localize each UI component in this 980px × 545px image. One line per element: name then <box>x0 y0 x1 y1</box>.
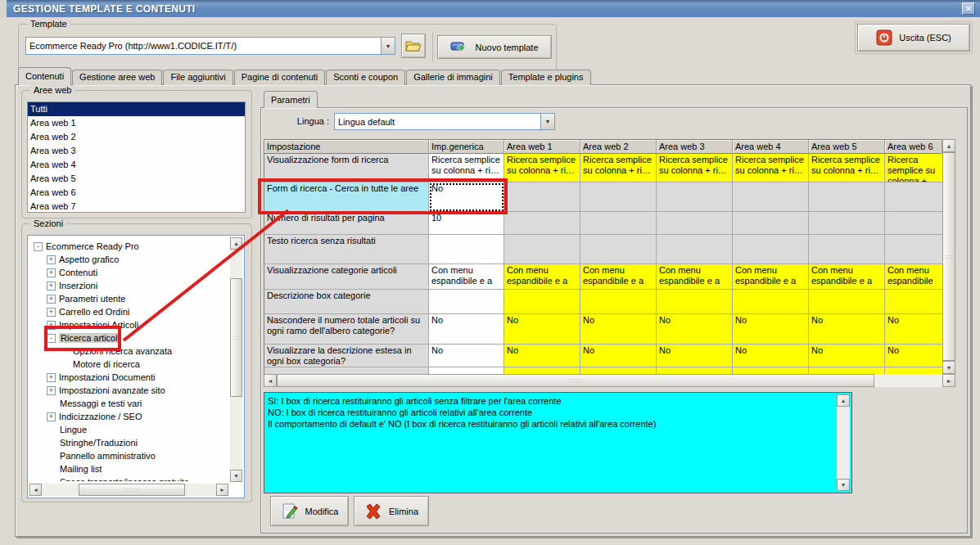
cell-area6[interactable] <box>885 182 942 212</box>
tab-pagine-di-contenuti[interactable]: Pagine di contenuti <box>234 70 326 85</box>
scroll-up-icon[interactable]: ▲ <box>230 237 242 250</box>
open-template-folder-button[interactable] <box>401 34 426 58</box>
list-item-area-web-1[interactable]: Area web 1 <box>28 116 245 130</box>
elimina-button[interactable]: Elimina <box>354 496 429 526</box>
tree-vscroll-track[interactable]: ::: <box>230 250 242 470</box>
cell-area5[interactable]: Ricerca semplice su colonna + ri… <box>809 154 885 182</box>
cell-area1[interactable] <box>504 290 580 314</box>
cell-area1[interactable]: No <box>504 314 580 345</box>
expand-icon[interactable]: + <box>47 321 56 330</box>
grid-vscrollbar[interactable]: ▲ ::: ▼ <box>942 139 955 374</box>
tab-gallerie-di-immagini[interactable]: Gallerie di immagini <box>406 70 500 85</box>
cell-area4[interactable]: No <box>733 314 809 345</box>
cell-label-highlighted[interactable]: Form di ricerca - Cerca in tutte le aree <box>264 182 429 212</box>
tree-item-messaggi-e-testi-vari[interactable]: Messaggi e testi vari <box>30 397 228 410</box>
cell-area5[interactable] <box>809 212 885 235</box>
expand-icon[interactable]: + <box>47 282 56 291</box>
cell-area1[interactable]: Ricerca semplice su colonna + ri… <box>504 154 580 182</box>
lingua-select[interactable]: Lingua default ▼ <box>334 113 555 130</box>
cell-area6[interactable] <box>885 212 942 235</box>
cell-area2[interactable]: Con menu espandibile e a … <box>580 264 657 290</box>
cell-generic[interactable] <box>429 235 504 264</box>
cell-area4[interactable]: Ricerca semplice su colonna + ri… <box>733 154 809 182</box>
tree-item-impostazioni-articoli[interactable]: +Impostazioni Articoli <box>30 318 228 331</box>
cell-area4[interactable] <box>733 235 809 264</box>
expand-icon[interactable]: + <box>47 295 56 304</box>
modifica-button[interactable]: Modifica <box>270 496 349 526</box>
scroll-right-icon[interactable]: ► <box>942 374 955 387</box>
cell-area6[interactable]: No <box>885 345 942 367</box>
cell-area3[interactable]: Con menu espandibile e a … <box>657 264 733 290</box>
cell-area1[interactable] <box>504 212 580 235</box>
cell-area4[interactable] <box>733 290 809 314</box>
scroll-left-icon[interactable]: ◄ <box>29 484 42 496</box>
cell-label[interactable]: Descrizione box categorie <box>264 290 429 314</box>
scroll-up-icon[interactable]: ▲ <box>942 139 955 152</box>
cell-generic[interactable]: Ricerca semplice su colonna + ri… <box>429 154 504 182</box>
cell-label[interactable]: Numero di risultati per pagina <box>264 212 429 235</box>
tree-item-contenuti[interactable]: +Contenuti <box>30 266 228 279</box>
cell-label[interactable]: Visualizzare la descrizione estesa in og… <box>264 345 429 367</box>
tree-item-parametri-utente[interactable]: +Parametri utente <box>30 292 228 305</box>
cell-area3[interactable] <box>657 290 733 314</box>
scroll-down-icon[interactable]: ▼ <box>230 470 242 482</box>
grid-vscroll-thumb[interactable]: ::: <box>942 152 955 361</box>
list-item-area-web-5[interactable]: Area web 5 <box>28 172 245 186</box>
infobox-vscrollbar[interactable]: ▲ ▼ <box>837 394 850 491</box>
expand-icon[interactable]: + <box>47 386 56 395</box>
tree-item-pannello-amministrativo[interactable]: Pannello amministrativo <box>30 449 228 462</box>
cell-generic-focused[interactable]: No <box>429 182 504 212</box>
tab-template-e-plugins[interactable]: Template e plugins <box>501 70 591 85</box>
cell-label[interactable]: Visualizzazione categorie articoli <box>264 264 429 290</box>
tree-item-spese-trasporto[interactable]: Spese trasporto/incasso gratuite <box>30 475 228 481</box>
cell-generic[interactable]: No <box>429 314 504 345</box>
cell-area6[interactable]: Ricerca semplice su colonna + ri… <box>885 154 942 182</box>
list-item-area-web-3[interactable]: Area web 3 <box>28 144 245 158</box>
expand-icon[interactable]: + <box>47 412 56 421</box>
cell-area5[interactable]: Con menu espandibile e a … <box>809 264 885 290</box>
tab-file-aggiuntivi[interactable]: File aggiuntivi <box>163 70 233 85</box>
scroll-left-icon[interactable]: ◄ <box>264 374 277 387</box>
cell-area5[interactable]: No <box>809 345 885 367</box>
expand-icon[interactable]: + <box>47 373 56 382</box>
chevron-down-icon[interactable]: ▼ <box>381 38 395 54</box>
cell-area3[interactable]: No <box>657 314 733 345</box>
tree-vscrollbar[interactable]: ▲ ::: ▼ <box>230 237 242 482</box>
grid-hscrollbar[interactable]: ◄ :::::: ► <box>264 374 955 387</box>
tree-item-stringhe-traduzioni[interactable]: Stringhe/Traduzioni <box>30 436 228 449</box>
chevron-down-icon[interactable]: ▼ <box>540 114 554 129</box>
tree-item-impostazioni-avanzate-sito[interactable]: +Impostazioni avanzate sito <box>30 384 228 397</box>
cell-area5[interactable] <box>809 235 885 264</box>
tree-item-mailing-list[interactable]: Mailing list <box>30 462 228 475</box>
list-item-area-web-6[interactable]: Area web 6 <box>28 186 245 200</box>
cell-area1[interactable] <box>504 235 580 264</box>
cell-area5[interactable] <box>809 182 885 212</box>
tree-hscroll-track[interactable]: :::::: <box>42 484 216 496</box>
cell-area4[interactable] <box>733 212 809 235</box>
cell-area4[interactable]: Con menu espandibile e a … <box>733 264 809 290</box>
grid-hscroll-track[interactable]: :::::: <box>277 374 942 387</box>
list-item-area-web-2[interactable]: Area web 2 <box>28 130 245 144</box>
cell-area2[interactable] <box>580 182 657 212</box>
tree-item-inserzioni[interactable]: +Inserzioni <box>30 279 228 292</box>
tree-item-indicizzazione-seo[interactable]: +Indicizzazione / SEO <box>30 410 228 423</box>
tab-contenuti[interactable]: Contenuti <box>18 67 71 85</box>
tree-hscroll-thumb[interactable]: :::::: <box>79 484 185 496</box>
template-select[interactable]: Ecommerce Ready Pro (http://www1.CODICE.… <box>25 37 395 55</box>
tree-item-opzioni-ricerca-avanzata[interactable]: Opzioni ricerca avanzata <box>30 345 228 358</box>
cell-area2[interactable] <box>580 212 657 235</box>
tab-parametri[interactable]: Parametri <box>264 91 318 108</box>
scroll-up-icon[interactable]: ▲ <box>837 394 850 407</box>
cell-area2[interactable] <box>580 290 657 314</box>
cell-area4[interactable] <box>733 182 809 212</box>
tab-sconti-e-coupon[interactable]: Sconti e coupon <box>326 70 405 85</box>
tree-item-motore-di-ricerca[interactable]: Motore di ricerca <box>30 358 228 371</box>
grid-hscroll-thumb[interactable]: :::::: <box>277 374 874 387</box>
cell-area2[interactable]: No <box>580 345 657 367</box>
cell-area5[interactable]: No <box>809 314 885 345</box>
cell-area5[interactable] <box>809 290 885 314</box>
cell-area6[interactable]: No <box>885 314 942 345</box>
collapse-icon[interactable]: - <box>34 242 43 251</box>
cell-area3[interactable]: No <box>657 345 733 367</box>
cell-generic[interactable]: Con menu espandibile e a … <box>429 264 504 290</box>
